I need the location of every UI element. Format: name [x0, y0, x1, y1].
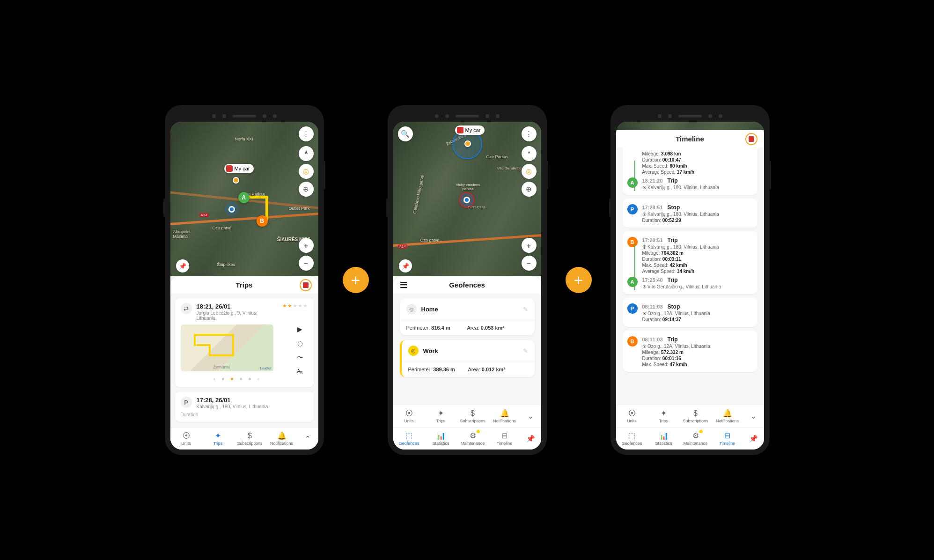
nav-notifications[interactable]: 🔔Notifications	[489, 407, 521, 425]
badge-b: B	[627, 237, 638, 247]
trip-card[interactable]: P 17:28, 26/01 Kalvarijų g., 180, Vilniu…	[175, 392, 314, 422]
play-button[interactable]: ▶	[297, 325, 302, 333]
map-label: Ozo gatvė	[213, 226, 232, 230]
sheet-header: ☰ Geofences	[393, 276, 541, 294]
nav-geofences[interactable]: ⬚Geofences	[393, 429, 425, 448]
event-type: Stop	[668, 303, 680, 310]
layers-button[interactable]: ◎	[522, 164, 537, 179]
geofence-card-work[interactable]: ◎ Work ✎ Perimeter: 389.36 m Area: 0.012…	[400, 340, 535, 377]
map-view[interactable]: Geležinio Vilko gatvė Ozo gatvė Ozo Park…	[393, 122, 541, 276]
nav-timeline[interactable]: ⊟Timeline	[712, 429, 743, 448]
map-label: Akropolis Maxima	[173, 229, 201, 239]
nav-units[interactable]: ⦿Units	[170, 429, 202, 448]
nav-geofences[interactable]: ⬚Geofences	[616, 429, 648, 448]
nav-subscriptions[interactable]: $Subscriptions	[680, 407, 712, 425]
timeline-card[interactable]: Mileage: 3.098 km Duration: 00:10:47 Max…	[623, 147, 757, 195]
trip-rating[interactable]: ★★★★★	[282, 303, 308, 309]
trip-time: 18:21, 26/01	[197, 303, 278, 310]
map-badge: A14	[199, 213, 209, 217]
unit-selector[interactable]	[300, 279, 312, 291]
nav-timeline[interactable]: ⊟Timeline	[489, 429, 521, 448]
zoom-out-button[interactable]: −	[299, 256, 314, 271]
unit-name: My car	[235, 166, 250, 171]
nav-maintenance[interactable]: ⚙Maintenance	[680, 429, 712, 448]
geofence-card-home[interactable]: ◎ Home ✎ Perimeter: 816.4 m Area: 0.053 …	[400, 298, 535, 335]
geofence-button[interactable]: ◌	[297, 339, 303, 347]
timeline-card[interactable]: B 08:11:03Trip Ozo g., 12A, Vilnius, Lit…	[623, 331, 757, 372]
nav-trips[interactable]: ✦Trips	[648, 407, 680, 425]
nav-collapse[interactable]: ⌄	[743, 407, 764, 425]
edit-button[interactable]: ✎	[523, 306, 528, 313]
nav-trips[interactable]: ✦Trips	[202, 429, 234, 448]
map-view[interactable]: Norfa XXI Ozo Parkas Ozo gatvė Akropolis…	[170, 122, 318, 276]
map-label: Outlet Park	[288, 206, 309, 211]
nav-notifications[interactable]: 🔔Notifications	[712, 407, 743, 425]
nav-subscriptions[interactable]: $Subscriptions	[234, 429, 266, 448]
nav-notifications[interactable]: 🔔Notifications	[266, 429, 298, 448]
plus-badge: +	[343, 267, 369, 293]
nav-pin[interactable]: 📌	[743, 429, 764, 448]
unit-chip[interactable]: My car	[224, 164, 254, 173]
nav-trips[interactable]: ✦Trips	[425, 407, 457, 425]
trips-sheet: Trips ⇄ 18:21, 26/01 Jurgio Lebedžio g.,…	[170, 276, 318, 449]
trip-address: Kalvarijų g., 180, Vilnius, Lithuania	[197, 404, 268, 409]
trip-minimap[interactable]: Žirmūnai	[181, 324, 273, 371]
nav-statistics[interactable]: 📊Statistics	[648, 429, 680, 448]
zoom-in-button[interactable]: +	[299, 238, 314, 253]
edit-button[interactable]: ✎	[523, 347, 528, 354]
pin-button[interactable]: 📌	[399, 259, 412, 273]
event-location: Ozo g., 12A, Vilnius, Lithuania	[642, 344, 710, 349]
map-label: Vichy vandens parkas	[454, 183, 482, 191]
badge-b: B	[627, 336, 638, 346]
nav-pin[interactable]: 📌	[521, 429, 541, 448]
parking-icon: P	[181, 397, 192, 408]
zoom-out-button[interactable]: −	[522, 256, 537, 271]
zoom-in-button[interactable]: +	[522, 238, 537, 253]
badge-parking: P	[627, 303, 638, 314]
unit-position	[464, 140, 471, 147]
locate-button[interactable]: ⊕	[299, 182, 314, 197]
search-button[interactable]: 🔍	[398, 126, 413, 141]
nav-units[interactable]: ⦿Units	[616, 407, 648, 425]
area-value: 0.012 km²	[482, 367, 505, 372]
unit-name: My car	[465, 127, 481, 133]
area-label: Area:	[468, 367, 480, 372]
car-icon	[457, 127, 463, 133]
nav-subscriptions[interactable]: $Subscriptions	[457, 407, 489, 425]
more-button[interactable]: ⋮	[522, 126, 537, 141]
event-type: Trip	[668, 336, 678, 343]
unit-chip[interactable]: My car	[455, 125, 485, 135]
geofence-name: Home	[421, 306, 438, 313]
unit-selector[interactable]	[745, 133, 757, 145]
layers-button[interactable]: ◎	[299, 164, 314, 179]
nav-maintenance[interactable]: ⚙Maintenance	[457, 429, 489, 448]
area-label: Area:	[467, 325, 479, 331]
compass-button[interactable]	[299, 146, 314, 161]
timeline-card[interactable]: P 08:11:03Stop Ozo g., 12A, Vilnius, Lit…	[623, 298, 757, 327]
map-label: Šnipiškės	[217, 262, 235, 267]
pin-button[interactable]: 📌	[176, 259, 189, 273]
car-icon	[226, 165, 233, 172]
timeline-card[interactable]: B 17:28:51Trip Kalvarijų g., 180, Vilniu…	[623, 231, 757, 294]
earpiece	[393, 111, 541, 122]
duration-label: Duration	[181, 412, 308, 417]
more-button[interactable]: ⋮	[299, 126, 314, 141]
compass-button[interactable]	[522, 146, 537, 161]
geofences-sheet: ☰ Geofences ◎ Home ✎ Perimeter: 816.4 m …	[393, 276, 541, 449]
nav-statistics[interactable]: 📊Statistics	[425, 429, 457, 448]
map-badge: A14	[398, 244, 407, 249]
car-icon	[303, 282, 309, 288]
plus-badge: +	[566, 267, 592, 293]
nav-collapse[interactable]: ⌄	[521, 407, 541, 425]
locate-button[interactable]: ⊕	[522, 182, 537, 197]
trip-pager[interactable]: ‹›	[181, 376, 292, 382]
event-type: Trip	[668, 177, 678, 184]
menu-button[interactable]: ☰	[400, 280, 407, 290]
chart-button[interactable]: 〜	[297, 354, 303, 362]
nav-units[interactable]: ⦿Units	[393, 407, 425, 425]
trip-card[interactable]: ⇄ 18:21, 26/01 Jurgio Lebedžio g., 9, Vi…	[175, 298, 314, 387]
ab-button[interactable]: AB	[297, 368, 302, 375]
timeline-card[interactable]: P 17:28:51Stop Kalvarijų g., 180, Vilniu…	[623, 199, 757, 228]
timeline-list[interactable]: Mileage: 3.098 km Duration: 00:10:47 Max…	[616, 147, 764, 405]
nav-expand[interactable]: ⌃	[298, 429, 318, 448]
